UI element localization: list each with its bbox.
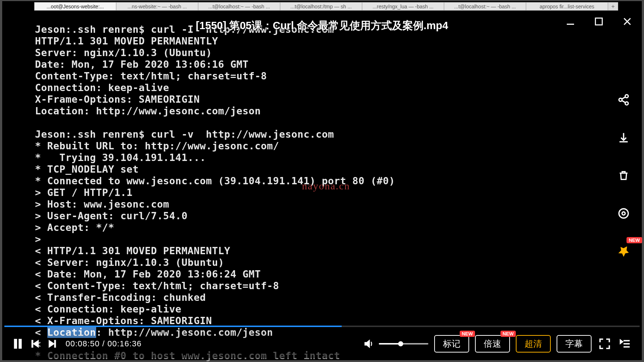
terminal-tab-2[interactable]: ...ns-website:~ — -bash ... <box>116 2 198 11</box>
share-icon[interactable] <box>612 88 635 111</box>
time-current: 00:08:50 <box>66 339 100 348</box>
term-line: > GET / HTTP/1.1 <box>35 187 133 198</box>
settings-icon[interactable] <box>612 202 635 225</box>
term-line: < Server: nginx/1.10.3 (Ubuntu) <box>35 257 224 268</box>
term-line: > User-Agent: curl/7.54.0 <box>35 210 188 221</box>
svg-point-5 <box>619 98 622 102</box>
speed-button[interactable]: 倍速 NEW <box>475 335 510 353</box>
fullscreen-button[interactable] <box>597 337 612 351</box>
volume-icon[interactable] <box>363 338 374 350</box>
time-display: 00:08:50 / 00:16:36 <box>66 339 142 349</box>
next-button[interactable] <box>47 338 58 349</box>
term-line: * Connected to www.jesonc.com (39.104.19… <box>35 175 395 186</box>
terminal-tab-1[interactable]: ...oot@Jesons-website:... <box>34 2 116 11</box>
term-line: < Transfer-Encoding: chunked <box>35 292 206 303</box>
new-badge: NEW <box>500 331 516 337</box>
term-line: < X-Frame-Options: SAMEORIGIN <box>35 315 212 326</box>
term-line: * Rebuilt URL to: http://www.jesonc.com/ <box>35 140 279 152</box>
volume-fill <box>379 343 401 345</box>
playlist-button[interactable] <box>618 337 632 351</box>
term-line: < HTTP/1.1 301 MOVED PERMANENTLY <box>35 245 230 256</box>
svg-point-4 <box>625 95 628 98</box>
term-line: < Connection: keep-alive <box>35 303 181 315</box>
term-line: X-Frame-Options: SAMEORIGIN <box>35 94 200 105</box>
term-line: > Host: www.jesonc.com <box>35 198 169 210</box>
terminal-tab-add[interactable]: + <box>608 2 618 11</box>
term-line: < Content-Type: text/html; charset=utf-8 <box>35 280 279 291</box>
volume-slider[interactable] <box>379 343 428 345</box>
minimize-button[interactable] <box>564 15 577 28</box>
svg-rect-1 <box>596 18 602 25</box>
term-line: > Accept: */* <box>35 222 114 233</box>
term-line: < Date: Mon, 17 Feb 2020 13:06:24 GMT <box>35 268 261 280</box>
term-line: Connection: keep-alive <box>35 82 169 93</box>
terminal-tab-6[interactable]: ...t@localhost:~ — -bash ... <box>444 2 526 11</box>
svg-point-9 <box>619 209 628 218</box>
svg-point-10 <box>622 212 625 215</box>
svg-point-6 <box>625 102 628 105</box>
new-badge: NEW <box>460 331 475 337</box>
term-line: * Trying 39.104.191.141... <box>35 152 206 163</box>
term-line: HTTP/1.1 301 MOVED PERMANENTLY <box>35 35 218 47</box>
svg-marker-18 <box>620 340 623 343</box>
progress-played <box>4 326 342 327</box>
terminal-tab-3[interactable]: ...t@localhost:~ — -bash ... <box>198 2 280 11</box>
delete-icon[interactable] <box>612 164 635 187</box>
pause-button[interactable] <box>12 337 24 351</box>
term-line: Server: nginx/1.10.3 (Ubuntu) <box>35 47 212 58</box>
term-line: Date: Mon, 17 Feb 2020 13:06:16 GMT <box>35 59 248 70</box>
new-badge: NEW <box>627 237 642 243</box>
term-line: * TCP_NODELAY set <box>35 164 139 175</box>
terminal-tab-7[interactable]: apropos fir...list-services <box>526 2 608 11</box>
svg-rect-13 <box>32 340 33 347</box>
close-button[interactable] <box>621 15 634 28</box>
term-line: Location: http://www.jesonc.com/jeson <box>35 105 261 117</box>
terminal-tab-4[interactable]: ...t@localhost:/tmp — sh ... <box>280 2 362 11</box>
term-line: Jeson:.ssh renren$ curl -I http://www.je… <box>35 24 334 35</box>
terminal-tabs: ...oot@Jesons-website:... ...ns-website:… <box>34 2 618 11</box>
svg-rect-14 <box>54 340 56 347</box>
term-line: Content-Type: text/html; charset=utf-8 <box>35 70 267 82</box>
maximize-button[interactable] <box>592 15 605 28</box>
svg-rect-11 <box>14 339 17 349</box>
mark-button[interactable]: 标记 NEW <box>434 335 469 353</box>
subtitle-button[interactable]: 字幕 <box>557 335 592 353</box>
volume-thumb[interactable] <box>398 341 403 346</box>
pin-icon[interactable]: NEW <box>612 240 635 263</box>
svg-rect-12 <box>19 339 21 349</box>
term-line: Jeson:.ssh renren$ curl -v http://www.je… <box>35 129 334 140</box>
svg-line-7 <box>622 97 625 99</box>
quality-button[interactable]: 超清 <box>516 335 551 353</box>
progress-bar[interactable] <box>4 326 640 327</box>
download-icon[interactable] <box>612 126 635 149</box>
svg-line-8 <box>622 101 625 103</box>
previous-button[interactable] <box>30 338 41 349</box>
time-total: 00:16:36 <box>107 339 142 348</box>
terminal-output: Jeson:.ssh renren$ curl -I http://www.je… <box>34 11 642 360</box>
terminal-tab-5[interactable]: ...resty/ngx_lua — -bash ... <box>362 2 444 11</box>
term-line: > <box>35 233 41 245</box>
